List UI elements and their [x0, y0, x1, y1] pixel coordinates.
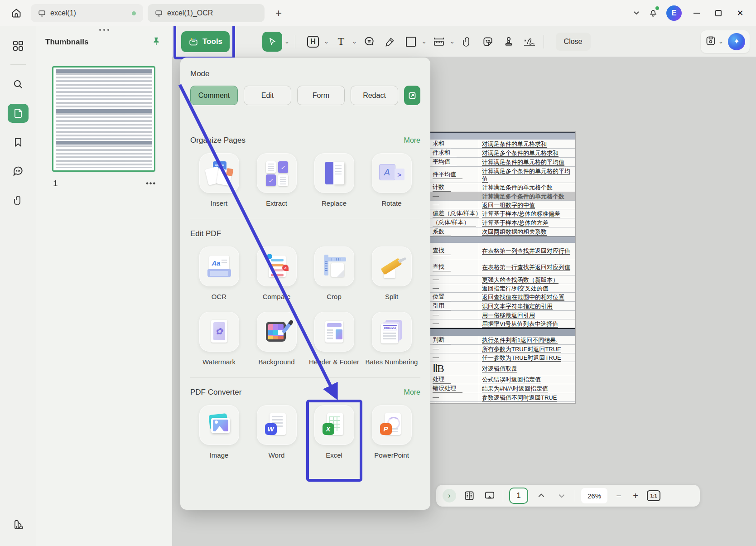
table-cell-description: 计算基于样本/总体的方差 [479, 219, 575, 227]
swatches-icon[interactable] [8, 515, 29, 534]
section-title-organize-pages: Organize Pages [190, 136, 246, 145]
bookmarks-icon[interactable] [8, 133, 29, 152]
tool-image[interactable]: Image [193, 405, 246, 460]
table-row: 计数计算满足条件的单元格个数 [430, 183, 575, 192]
table-row: 查找在表格第一行查找并返回对应列值 [430, 259, 575, 275]
search-icon[interactable] [8, 75, 29, 94]
tab-excel1[interactable]: excel(1) [31, 4, 143, 22]
table-section-band [430, 237, 575, 243]
app-window: excel(1) excel(1)_OCR + E ✕ [0, 0, 756, 546]
tool-split[interactable]: Split [365, 246, 419, 301]
tool-bates[interactable]: Bates Numbering [365, 312, 419, 367]
panel-drag-handle[interactable] [36, 26, 172, 31]
tool-insert[interactable]: Insert [193, 153, 246, 208]
comment-tool-button[interactable] [361, 33, 378, 51]
expand-statusbar-icon[interactable]: › [443, 489, 456, 503]
pen-tool-button[interactable] [381, 33, 399, 51]
table-cell-label: 查找 [430, 243, 479, 259]
close-window-button[interactable]: ✕ [733, 6, 747, 20]
zoom-level-input[interactable]: 26% [581, 488, 607, 503]
page-number-input[interactable]: 1 [509, 488, 528, 504]
measure-tool-button[interactable] [430, 33, 448, 51]
tool-extract[interactable]: Extract [250, 153, 303, 208]
pdf-converter-more-link[interactable]: More [404, 388, 420, 396]
avatar[interactable]: E [666, 5, 682, 21]
new-tab-button[interactable]: + [272, 7, 285, 19]
open-in-new-window-button[interactable] [404, 86, 420, 105]
table-cell-description: 用一俗移最返回引用 [479, 311, 575, 319]
table-cell-description: 公式错误时返回指定值 [479, 376, 575, 383]
comments-icon[interactable] [8, 162, 29, 181]
actual-size-button[interactable]: 1:1 [647, 490, 660, 501]
ai-assistant-button[interactable]: ✦ [728, 33, 745, 50]
highlight-tool-button[interactable]: H [304, 33, 322, 51]
reading-mode-icon[interactable] [462, 488, 477, 503]
page-thumbnail[interactable] [52, 66, 155, 172]
text-tool-button[interactable]: T [332, 33, 350, 51]
select-tool-button[interactable] [262, 32, 282, 52]
tool-compare[interactable]: Compare [250, 246, 303, 301]
table-cell-description: 计算满足条件的单元格个数 [479, 184, 575, 191]
document-page[interactable]: 求和对满足条件的单元格求和件求和对满足多个条件的单元格求和平均值计算满足条件的单… [430, 132, 575, 403]
tool-label: Rotate [381, 199, 401, 208]
shape-chevron-icon[interactable]: ⌄ [422, 38, 427, 45]
titlebar-chevron-down-icon[interactable] [633, 9, 640, 18]
table-cell-label: 判断 [430, 336, 479, 344]
mode-comment-button[interactable]: Comment [190, 86, 238, 105]
table-row: 判断执行条件判断1返回不同结果. [430, 336, 575, 345]
tool-header-footer[interactable]: Header & Footer [308, 312, 361, 367]
table-cell-description: 在表格第一列查找并返回对应行值 [479, 247, 575, 255]
sticker-tool-button[interactable] [479, 33, 496, 51]
stamp-tool-button[interactable] [500, 33, 517, 51]
panel-title: Thumbnails [45, 38, 88, 47]
zoom-out-button[interactable]: − [613, 491, 624, 501]
signature-tool-button[interactable] [521, 33, 538, 51]
home-button[interactable] [6, 4, 26, 22]
shape-tool-button[interactable] [402, 33, 419, 51]
tool-powerpoint[interactable]: PowerPoint [365, 405, 419, 460]
table-row: 位置返回查找值在范围中的相对位置 [430, 293, 575, 302]
header-footer-icon [322, 319, 347, 344]
organize-pages-more-link[interactable]: More [404, 136, 420, 145]
attachments-icon[interactable] [8, 191, 29, 210]
tool-word[interactable]: Word [250, 405, 303, 460]
maximize-button[interactable] [712, 6, 725, 20]
minimize-button[interactable] [690, 6, 703, 20]
tools-button[interactable]: Tools [181, 31, 230, 52]
table-cell-description: 任一参数为TRUE时返回TRUE [479, 354, 575, 362]
attachment-tool-button[interactable] [458, 33, 476, 51]
thumbnail-more-button[interactable]: ••• [146, 179, 156, 188]
tool-crop[interactable]: Crop [308, 246, 361, 301]
mode-form-button[interactable]: Form [297, 86, 345, 105]
table-cell-label: ⅡB [430, 362, 479, 375]
notification-bell-icon[interactable] [648, 7, 658, 19]
thumbnails-panel-icon[interactable] [8, 104, 29, 123]
measure-chevron-icon[interactable]: ⌄ [450, 38, 455, 45]
presentation-mode-icon[interactable] [482, 488, 497, 503]
tool-rotate[interactable]: Rotate [365, 153, 419, 208]
mode-redact-button[interactable]: Redact [351, 86, 398, 105]
apps-grid-icon[interactable] [8, 36, 29, 55]
close-tools-button[interactable]: Close [556, 33, 591, 51]
tool-label: Insert [211, 199, 228, 208]
zoom-in-button[interactable]: + [630, 491, 641, 501]
previous-page-icon[interactable] [534, 488, 549, 503]
table-cell-description: 计算满足多个条件的单元格个数 [479, 193, 575, 200]
pin-icon[interactable] [151, 36, 161, 48]
text-chevron-icon[interactable]: ⌄ [352, 38, 357, 45]
table-cell-description: 更强大的查找函数（新版本） [479, 276, 575, 284]
select-tool-chevron-icon[interactable]: ⌄ [284, 38, 289, 45]
tool-watermark[interactable]: Watermark [193, 312, 246, 367]
tab-excel1-ocr[interactable]: excel(1)_OCR [148, 4, 265, 22]
save-chevron-icon[interactable]: ⌄ [718, 38, 723, 45]
table-row: 任一参数为TRUE时返回TRUE [430, 353, 575, 362]
next-page-icon[interactable] [554, 488, 569, 503]
extract-icon [264, 160, 289, 186]
tool-ocr[interactable]: OCR [193, 246, 246, 301]
highlight-chevron-icon[interactable]: ⌄ [324, 38, 329, 45]
tool-background[interactable]: Background [250, 312, 303, 367]
tool-replace[interactable]: Replace [308, 153, 361, 208]
mode-edit-button[interactable]: Edit [244, 86, 291, 105]
save-icon[interactable] [705, 35, 716, 48]
tool-excel[interactable]: Excel [308, 405, 361, 460]
